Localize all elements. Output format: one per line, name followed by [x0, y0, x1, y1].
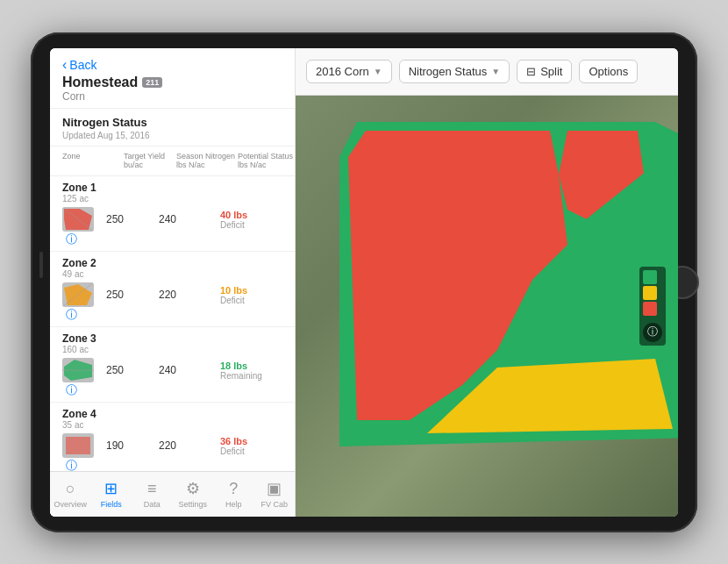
zone-1-title: Zone 1 [62, 182, 282, 194]
left-panel: ‹ Back Homestead 211 Corn Nitrogen Statu… [50, 48, 296, 517]
layer-dropdown[interactable]: Nitrogen Status ▼ [399, 60, 510, 83]
split-button[interactable]: ⊟ Split [517, 60, 572, 83]
help-icon: ? [229, 480, 238, 498]
crop-year-label: 2016 Corn [316, 65, 369, 78]
tab-data-label: Data [144, 500, 161, 509]
zone-2-info-icon[interactable]: ⓘ [66, 307, 106, 323]
zone-1-info-icon[interactable]: ⓘ [66, 232, 106, 247]
zone-4-acres: 35 ac [62, 420, 282, 430]
options-button[interactable]: Options [579, 60, 638, 83]
back-chevron-icon: ‹ [62, 57, 67, 73]
crop-year-dropdown[interactable]: 2016 Corn ▼ [306, 60, 392, 83]
field-badge: 211 [142, 77, 162, 88]
legend: ⓘ [639, 267, 666, 346]
zone-2-target: 250 [106, 289, 159, 301]
zone-3-target: 250 [106, 364, 159, 376]
nitrogen-status-title: Nitrogen Status [50, 109, 295, 131]
layer-label: Nitrogen Status [409, 65, 488, 78]
fields-icon: ⊞ [104, 479, 118, 498]
settings-icon: ⚙ [186, 479, 200, 498]
table-header: Zone Target Yield bu/ac Season Nitrogen … [50, 146, 295, 177]
zone-4-row: 190 220 36 lbs Deficit ⓘ [62, 433, 282, 470]
fv-cab-icon: ▣ [267, 479, 282, 498]
col-target-yield: Target Yield bu/ac [124, 152, 176, 171]
svg-marker-10 [66, 437, 90, 454]
legend-yellow [643, 286, 657, 300]
field-name-text: Homestead [62, 75, 138, 90]
field-name: Homestead 211 [62, 75, 282, 90]
tab-fv-cab[interactable]: ▣ FV Cab [254, 479, 296, 509]
legend-info-icon[interactable]: ⓘ [643, 323, 662, 342]
data-icon: ≡ [147, 480, 157, 498]
zone-1-status: 40 lbs Deficit [220, 210, 290, 230]
zone-4-target: 190 [106, 439, 159, 452]
layer-arrow-icon: ▼ [491, 67, 500, 76]
tab-fv-cab-label: FV Cab [261, 500, 288, 509]
back-button[interactable]: ‹ Back [62, 57, 282, 73]
back-label: Back [69, 58, 96, 72]
zone-3-row: 250 240 18 lbs Remaining ⓘ [62, 358, 282, 398]
tablet: ‹ Back Homestead 211 Corn Nitrogen Statu… [31, 32, 697, 532]
zone-4-nitrogen: 220 [159, 439, 220, 452]
zone-3-info-icon[interactable]: ⓘ [66, 382, 106, 398]
zone-1-icon [62, 207, 94, 232]
tab-help-label: Help [225, 500, 242, 509]
zone-2-title: Zone 2 [62, 257, 282, 269]
zone-1-target: 250 [106, 213, 159, 225]
content-row: ‹ Back Homestead 211 Corn Nitrogen Statu… [50, 48, 678, 517]
zone-3-title: Zone 3 [62, 332, 282, 345]
field-crop: Corn [62, 90, 282, 103]
tab-bar: ○ Overview ⊞ Fields ≡ Data ⚙ Settings [50, 471, 295, 517]
zone-2-status: 10 lbs Deficit [220, 285, 290, 305]
tab-settings-label: Settings [178, 500, 207, 509]
zone-1-row: 250 240 40 lbs Deficit ⓘ [62, 207, 282, 247]
side-button[interactable] [39, 252, 43, 278]
zone-3-acres: 160 ac [62, 345, 282, 354]
tab-settings[interactable]: ⚙ Settings [173, 479, 214, 509]
tab-fields-label: Fields [101, 500, 122, 509]
zone-1-acres: 125 ac [62, 194, 282, 203]
legend-red [643, 302, 657, 316]
zones-list: Zone 1 125 ac 250 240 [50, 176, 295, 470]
crop-year-arrow-icon: ▼ [374, 67, 382, 76]
zone-4-status: 36 lbs Deficit [220, 436, 290, 456]
zone-3-status: 18 lbs Remaining [220, 361, 290, 381]
field-zones-svg [322, 104, 678, 473]
tab-fields[interactable]: ⊞ Fields [91, 479, 132, 509]
col-season-nitrogen: Season Nitrogen lbs N/ac [176, 152, 238, 171]
options-label: Options [589, 65, 628, 78]
zone-4-info-icon[interactable]: ⓘ [66, 458, 106, 470]
zone-2-icon [62, 282, 94, 307]
zone-block-4: Zone 4 35 ac 190 220 [50, 403, 295, 470]
split-icon: ⊟ [526, 65, 536, 78]
split-label: Split [540, 65, 562, 78]
zone-block-3: Zone 3 160 ac 250 240 [50, 327, 295, 403]
zone-4-title: Zone 4 [62, 408, 282, 420]
legend-green [643, 270, 657, 284]
zone-2-row: 250 220 10 lbs Deficit ⓘ [62, 282, 282, 323]
tab-overview-label: Overview [54, 500, 87, 509]
zone-1-nitrogen: 240 [159, 213, 220, 225]
zone-2-nitrogen: 220 [159, 289, 220, 301]
overview-icon: ○ [66, 480, 75, 498]
zone-3-icon [62, 358, 94, 382]
tab-help[interactable]: ? Help [213, 480, 254, 509]
tab-overview[interactable]: ○ Overview [50, 480, 91, 509]
main-area: 2016 Corn ▼ Nitrogen Status ▼ ⊟ Split Op… [296, 48, 678, 517]
screen: ‹ Back Homestead 211 Corn Nitrogen Statu… [50, 48, 678, 517]
zone-block-1: Zone 1 125 ac 250 240 [50, 176, 295, 252]
map-toolbar: 2016 Corn ▼ Nitrogen Status ▼ ⊟ Split Op… [296, 48, 678, 96]
left-header: ‹ Back Homestead 211 Corn [50, 48, 295, 109]
zone-block-2: Zone 2 49 ac 250 220 [50, 252, 295, 327]
tab-data[interactable]: ≡ Data [132, 480, 173, 509]
col-zone: Zone [62, 152, 124, 171]
nitrogen-status-updated: Updated Aug 15, 2016 [50, 131, 295, 146]
zone-4-icon [62, 433, 94, 458]
zone-3-nitrogen: 240 [159, 364, 220, 376]
map-view[interactable]: ⓘ [296, 96, 678, 517]
zone-2-acres: 49 ac [62, 269, 282, 279]
